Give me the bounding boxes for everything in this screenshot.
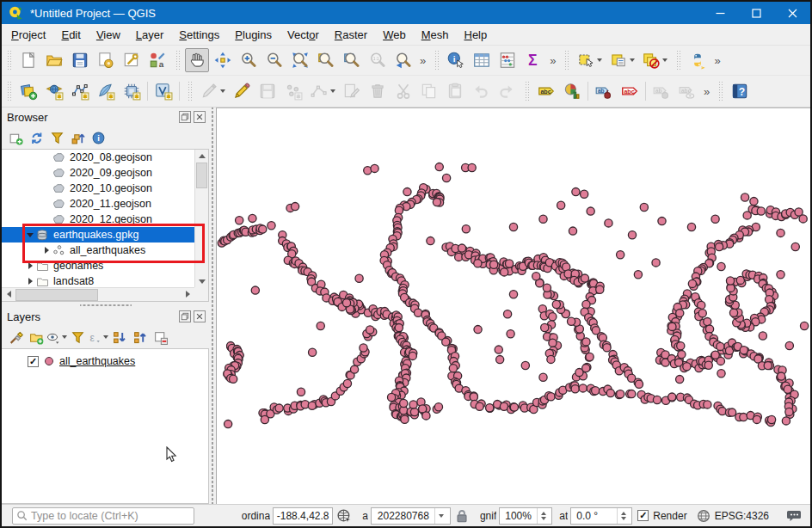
pan-to-selection-button[interactable] <box>211 48 235 72</box>
dropdown-arrow-icon[interactable] <box>220 89 225 93</box>
modify-attributes-button[interactable] <box>340 79 364 103</box>
layer-labeling-button[interactable]: abc <box>534 79 558 103</box>
dropdown-arrow-icon[interactable] <box>662 58 667 62</box>
filter-legend-button[interactable] <box>67 328 88 347</box>
remove-layer-button[interactable] <box>150 328 170 347</box>
messages-icon[interactable] <box>786 508 802 524</box>
new-virtual-layer-button[interactable] <box>151 79 175 103</box>
add-selected-layers-button[interactable] <box>5 128 26 147</box>
zoom-native-button[interactable]: 1:1 <box>366 48 390 72</box>
new-shapefile-layer-button[interactable] <box>68 79 92 103</box>
menu-view[interactable]: View <box>89 26 128 44</box>
toolbar-overflow-icon[interactable]: » <box>546 54 559 67</box>
zoom-out-button[interactable] <box>262 48 286 72</box>
magnifier-spinbox[interactable]: 100% <box>499 507 552 525</box>
spinner-icons[interactable] <box>537 508 549 524</box>
layer-diagram-button[interactable] <box>560 79 584 103</box>
show-hide-labels-button[interactable]: abc <box>675 79 699 103</box>
filter-expression-button[interactable]: ε <box>88 328 108 347</box>
pin-labels-button[interactable]: ab <box>592 79 616 103</box>
add-feature-button[interactable] <box>281 79 305 103</box>
save-project-button[interactable] <box>68 48 92 72</box>
move-label-button[interactable]: ab <box>649 79 674 103</box>
current-edits-button[interactable] <box>197 79 228 103</box>
statistics-button[interactable] <box>495 48 520 72</box>
browser-item-geonames[interactable]: geonames <box>2 258 194 273</box>
copy-features-button[interactable] <box>417 79 441 103</box>
maximize-button[interactable] <box>738 2 774 24</box>
rotation-spinbox[interactable]: 0.0 ° <box>570 507 632 525</box>
close-button[interactable] <box>774 2 810 24</box>
browser-item-all-earthquakes[interactable]: all_earthquakes <box>2 243 194 258</box>
menu-web[interactable]: Web <box>375 26 414 44</box>
zoom-full-button[interactable] <box>288 48 312 72</box>
layers-close-button[interactable] <box>194 310 206 322</box>
layer-item-all-earthquakes[interactable]: ✓ all_earthquakes <box>2 353 208 370</box>
menu-project[interactable]: Project <box>3 26 53 44</box>
browser-item-2020-09-geojson[interactable]: 2020_09.geojson <box>2 165 194 181</box>
dock-resize-handle[interactable] <box>209 107 216 504</box>
spinner-icons[interactable] <box>617 508 629 524</box>
menu-vector[interactable]: Vector <box>280 26 327 44</box>
toolbar-grip[interactable] <box>7 81 12 101</box>
expander-open-icon[interactable] <box>25 230 36 241</box>
coordinate-input[interactable]: -188.4,42.8 <box>273 507 333 525</box>
open-project-button[interactable] <box>42 48 66 72</box>
lock-scale-icon[interactable] <box>454 508 470 524</box>
properties-info-button[interactable]: i <box>88 128 108 147</box>
toolbar-grip[interactable] <box>564 50 569 71</box>
cut-features-button[interactable] <box>391 79 415 103</box>
paste-features-button[interactable] <box>443 79 467 103</box>
scale-combobox[interactable]: 202280768 <box>371 507 451 525</box>
expander-closed-icon[interactable] <box>25 261 36 272</box>
menu-plugins[interactable]: Plugins <box>227 26 280 44</box>
python-console-button[interactable] <box>686 48 710 72</box>
menu-help[interactable]: Help <box>456 26 495 44</box>
map-canvas[interactable] <box>216 107 810 504</box>
toolbar-overflow-icon[interactable]: » <box>710 54 723 67</box>
locator-search-input[interactable]: Type to locate (Ctrl+K) <box>12 507 194 525</box>
browser-item-earthquakes-gpkg[interactable]: earthquakes.gpkg <box>2 227 194 243</box>
refresh-button[interactable] <box>26 128 46 147</box>
new-print-layout-button[interactable] <box>94 48 118 72</box>
attribute-table-button[interactable] <box>470 48 494 72</box>
help-button[interactable]: ? <box>728 79 752 103</box>
data-source-manager-button[interactable] <box>16 79 40 103</box>
toolbar-grip[interactable] <box>525 81 530 101</box>
new-memory-layer-button[interactable] <box>120 79 144 103</box>
layout-manager-button[interactable] <box>120 48 144 72</box>
redo-button[interactable] <box>495 79 519 103</box>
dropdown-arrow-icon[interactable] <box>597 58 602 62</box>
zoom-to-layer-button[interactable] <box>340 48 364 72</box>
browser-item-2020-12-geojson[interactable]: 2020_12.geojson <box>2 212 194 227</box>
layers-float-button[interactable] <box>179 310 191 322</box>
highlight-labels-button[interactable]: abc <box>618 79 642 103</box>
undo-button[interactable] <box>469 79 493 103</box>
browser-item-2020-11-geojson[interactable]: 2020_11.geojson <box>2 196 194 212</box>
toggle-editing-button[interactable] <box>230 79 254 103</box>
expander-closed-icon[interactable] <box>25 276 36 287</box>
pan-map-button[interactable] <box>185 48 209 72</box>
crs-value[interactable]: EPSG:4326 <box>715 510 769 522</box>
browser-float-button[interactable] <box>179 111 191 123</box>
menu-mesh[interactable]: Mesh <box>414 26 457 44</box>
collapse-tree-button[interactable] <box>67 128 88 147</box>
open-layer-styling-button[interactable] <box>5 328 26 347</box>
new-geopackage-layer-button[interactable] <box>42 79 66 103</box>
menu-layer[interactable]: Layer <box>128 26 172 44</box>
render-checkbox[interactable]: ✓ Render <box>637 510 686 522</box>
select-by-value-button[interactable] <box>606 48 637 72</box>
zoom-to-selection-button[interactable] <box>314 48 338 72</box>
toolbar-overflow-icon[interactable]: » <box>416 54 429 67</box>
identify-features-button[interactable]: i <box>444 48 468 72</box>
scale-dropdown-icon[interactable] <box>434 508 447 524</box>
toolbar-grip[interactable] <box>188 81 193 101</box>
toolbar-grip[interactable] <box>175 50 181 71</box>
menu-raster[interactable]: Raster <box>327 26 375 44</box>
browser-item-2020-10-geojson[interactable]: 2020_10.geojson <box>2 181 194 196</box>
sum-features-button[interactable]: Σ <box>521 48 545 72</box>
save-edits-button[interactable] <box>255 79 280 103</box>
browser-vertical-scrollbar[interactable] <box>194 150 208 287</box>
vertex-tool-button[interactable] <box>307 79 338 103</box>
collapse-all-layers-button[interactable] <box>129 328 150 347</box>
